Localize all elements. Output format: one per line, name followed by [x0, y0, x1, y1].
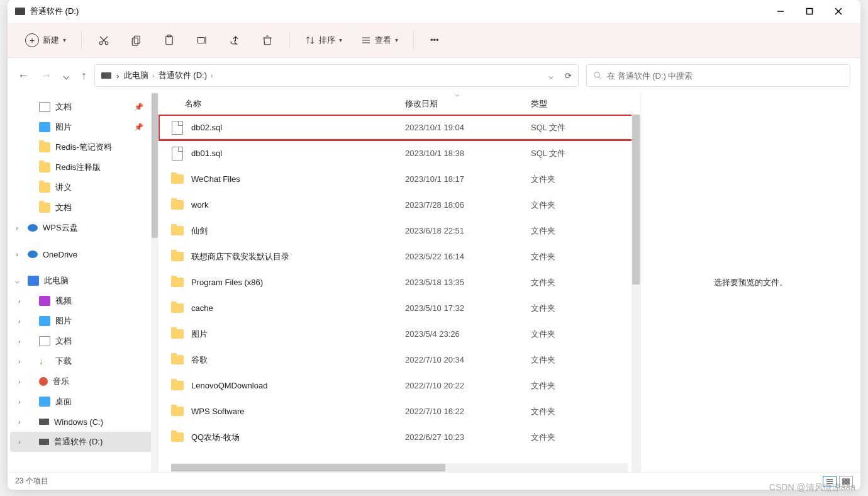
scrollbar-vertical[interactable]	[632, 115, 640, 472]
file-row[interactable]: WPS Software2022/7/10 16:22文件夹	[159, 398, 640, 424]
sidebar-item[interactable]: 文档📌	[10, 97, 156, 117]
sidebar-item-label: Redis-笔记资料	[55, 142, 112, 153]
up-button[interactable]: ↑	[81, 69, 87, 82]
folder-icon	[39, 203, 50, 213]
new-button[interactable]: + 新建 ▾	[18, 29, 74, 52]
sidebar-item[interactable]: ›Windows (C:)	[10, 412, 156, 432]
sidebar-item-label: OneDrive	[43, 250, 77, 259]
sidebar-item[interactable]: ›OneDrive	[10, 244, 156, 264]
file-name: db01.sql	[185, 149, 405, 158]
sidebar-item[interactable]: 图片📌	[10, 117, 156, 137]
sidebar-item-label: 文档	[55, 335, 72, 347]
sidebar-item-label: 桌面	[55, 396, 72, 407]
file-row[interactable]: Program Files (x86)2023/5/18 13:35文件夹	[159, 269, 640, 295]
scrollbar-thumb[interactable]	[632, 115, 640, 285]
scrollbar-horizontal[interactable]	[171, 463, 628, 472]
col-name[interactable]: 名称	[185, 98, 405, 110]
chevron-right-icon: ›	[15, 337, 24, 345]
chevron-right-icon: ›	[15, 438, 24, 446]
window-title: 普通软件 (D:)	[30, 6, 766, 17]
file-name: WeChat Files	[185, 174, 405, 184]
file-type: 文件夹	[531, 225, 625, 237]
forward-button[interactable]: →	[40, 69, 52, 82]
search-box[interactable]	[586, 64, 850, 87]
file-row[interactable]: WeChat Files2023/10/1 18:17文件夹	[159, 166, 640, 192]
chevron-right-icon: ›	[211, 72, 213, 79]
breadcrumb-root[interactable]: 此电脑	[124, 70, 148, 81]
file-name: cache	[185, 303, 405, 313]
file-row[interactable]: 联想商店下载安装默认目录2023/5/22 16:14文件夹	[159, 244, 640, 269]
explorer-window: 普通软件 (D:) + 新建 ▾ 排序 ▾ 查看 ▾	[8, 0, 860, 490]
file-row[interactable]: work2023/7/28 18:06文件夹	[159, 192, 640, 218]
sidebar-item[interactable]: ›桌面	[10, 392, 156, 412]
search-input[interactable]	[607, 71, 843, 81]
sidebar-item[interactable]: ›WPS云盘	[10, 218, 156, 238]
delete-button[interactable]	[253, 29, 282, 52]
sidebar-item[interactable]: ›↓下载	[10, 351, 156, 371]
folder-icon	[171, 381, 184, 390]
file-type: 文件夹	[531, 277, 625, 288]
sidebar-item[interactable]: ›视频	[10, 291, 156, 311]
sidebar-item-label: 文档	[55, 101, 72, 113]
maximize-button[interactable]	[795, 1, 824, 21]
sidebar-item[interactable]: Redis注释版	[10, 157, 156, 178]
file-row[interactable]: db01.sql2023/10/1 18:38SQL 文件	[159, 140, 640, 166]
back-button[interactable]: ←	[18, 69, 29, 82]
close-button[interactable]	[824, 1, 853, 21]
sidebar[interactable]: 文档📌图片📌Redis-笔记资料Redis注释版讲义文档›WPS云盘›OneDr…	[8, 93, 159, 472]
chevron-down-icon: ▾	[395, 37, 398, 43]
sidebar-item[interactable]: ›音乐	[10, 371, 156, 392]
breadcrumb-current[interactable]: 普通软件 (D:)	[159, 70, 207, 81]
copy-button[interactable]	[122, 29, 151, 52]
refresh-button[interactable]: ⟳	[565, 71, 572, 81]
view-icon	[361, 35, 371, 45]
title-bar[interactable]: 普通软件 (D:)	[8, 0, 860, 23]
sidebar-item[interactable]: ⌵此电脑	[10, 271, 156, 291]
cut-button[interactable]	[89, 29, 118, 52]
history-button[interactable]: ⌵	[63, 69, 70, 82]
sidebar-item[interactable]: ›图片	[10, 311, 156, 331]
sidebar-item[interactable]: 文档	[10, 198, 156, 218]
pic-icon	[39, 122, 50, 132]
address-bar[interactable]: › 此电脑 › 普通软件 (D:) › ⌵ ⟳	[94, 64, 579, 87]
file-row[interactable]: 仙剑2023/6/18 22:51文件夹	[159, 218, 640, 244]
sidebar-item-label: 下载	[55, 356, 72, 367]
minimize-button[interactable]	[766, 1, 795, 21]
col-type[interactable]: 类型	[531, 98, 625, 110]
file-date: 2022/7/10 20:34	[405, 355, 531, 364]
scrollbar[interactable]	[151, 93, 159, 472]
chevron-right-icon: ›	[15, 418, 24, 426]
file-row[interactable]: LenovoQMDownload2022/7/10 20:22文件夹	[159, 373, 640, 398]
file-row[interactable]: db02.sql2023/10/1 19:04SQL 文件	[159, 115, 640, 140]
sort-button[interactable]: 排序 ▾	[298, 29, 350, 52]
file-row[interactable]: cache2023/5/10 17:32文件夹	[159, 295, 640, 321]
dropdown-button[interactable]: ⌵	[548, 71, 554, 81]
scrollbar-thumb[interactable]	[171, 464, 445, 471]
file-type: SQL 文件	[531, 148, 625, 159]
file-row[interactable]: QQ农场-牧场2022/6/27 10:23文件夹	[159, 424, 640, 450]
file-name: work	[185, 200, 405, 210]
sidebar-item[interactable]: ›普通软件 (D:)	[10, 432, 156, 452]
more-button[interactable]: •••	[421, 29, 448, 52]
sidebar-item-label: 视频	[55, 295, 72, 307]
sidebar-item-label: 图片	[55, 121, 72, 133]
paste-button[interactable]	[155, 29, 184, 52]
scrollbar-thumb[interactable]	[152, 93, 158, 238]
folder-icon	[171, 355, 184, 364]
file-date: 2023/10/1 19:04	[405, 123, 531, 132]
file-row[interactable]: 谷歌2022/7/10 20:34文件夹	[159, 347, 640, 373]
sort-icon	[305, 35, 315, 45]
col-date[interactable]: 修改日期⌵	[405, 98, 531, 110]
video-icon	[39, 296, 50, 306]
sidebar-item[interactable]: ›文档	[10, 331, 156, 351]
sidebar-item[interactable]: 讲义	[10, 178, 156, 198]
share-button[interactable]	[220, 29, 249, 52]
view-button[interactable]: 查看 ▾	[353, 29, 406, 52]
file-row[interactable]: 图片2023/5/4 23:26文件夹	[159, 321, 640, 347]
file-list[interactable]: db02.sql2023/10/1 19:04SQL 文件db01.sql202…	[159, 115, 640, 472]
svg-rect-8	[134, 36, 140, 43]
sidebar-item-label: 此电脑	[44, 275, 69, 286]
rename-button[interactable]	[187, 29, 216, 52]
file-list-wrap: 名称 修改日期⌵ 类型 db02.sql2023/10/1 19:04SQL 文…	[159, 93, 640, 472]
sidebar-item[interactable]: Redis-笔记资料	[10, 137, 156, 157]
